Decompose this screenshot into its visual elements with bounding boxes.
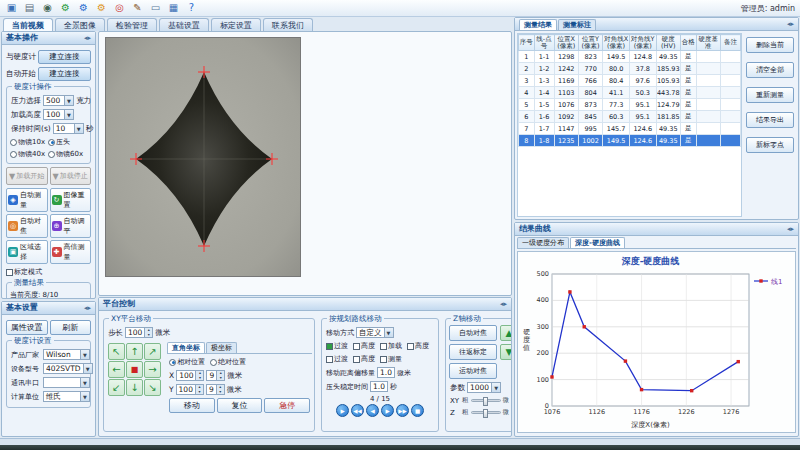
panel-collapse-icon[interactable]: ◂▸	[787, 18, 794, 30]
round-trip-calibration-button[interactable]: 往返标定	[449, 344, 497, 360]
auto-measure-button[interactable]: ◈自动测量	[6, 188, 48, 212]
panel-collapse-icon[interactable]: ◂▸	[84, 32, 91, 44]
stage-arrow-button[interactable]: ↖	[108, 343, 125, 360]
spin-down-icon[interactable]: ▾	[145, 333, 152, 338]
target-icon[interactable]: ◎	[112, 1, 127, 15]
stop-playback-button[interactable]: ■	[411, 404, 424, 417]
main-tab-2[interactable]: 全景图像	[55, 18, 105, 31]
hold-time-select[interactable]: 10▼	[53, 123, 84, 134]
table-row[interactable]: 31-3116976680.497.6105.93是	[519, 75, 741, 87]
slider-thumb[interactable]	[483, 409, 488, 418]
print-icon[interactable]: ▤	[22, 1, 37, 15]
turret-radio[interactable]: 压头	[48, 137, 70, 147]
chart-tab-2[interactable]: 深度-硬度曲线	[570, 237, 625, 248]
x-distance-spinner[interactable]: 100▴▾	[176, 370, 204, 381]
table-row[interactable]: 71-71147995145.7124.649.35是	[519, 123, 741, 135]
z-up-button[interactable]: ▲	[500, 325, 511, 341]
load-stop-button[interactable]: ▼加载停止	[50, 167, 92, 185]
gear-config-icon[interactable]: ⚙	[76, 1, 91, 15]
table-row[interactable]: 51-5107687377.395.1124.79是	[519, 99, 741, 111]
route-checkbox[interactable]: 过渡	[326, 354, 348, 364]
column-header[interactable]: 对角线X(像素)	[603, 35, 630, 51]
spin-down-icon[interactable]: ▾	[196, 376, 203, 381]
panel-collapse-icon[interactable]: ◂▸	[84, 302, 91, 314]
x-multiplier-spinner[interactable]: 9▴▾	[206, 370, 225, 381]
column-header[interactable]: 位置X(像素)	[554, 35, 578, 51]
results-tab-2[interactable]: 测量标注	[558, 19, 596, 30]
remeasure-button[interactable]: 重新测量	[746, 87, 794, 103]
panel-collapse-icon[interactable]: ◂▸	[500, 298, 507, 310]
route-checkbox[interactable]: 高度	[353, 341, 375, 351]
stage-arrow-button[interactable]: →	[144, 361, 161, 378]
results-tab-1[interactable]: 测量结果	[519, 19, 557, 30]
table-row[interactable]: 41-4110380441.150.3443.78是	[519, 87, 741, 99]
chart-tab-1[interactable]: 一级硬度分布	[517, 237, 569, 248]
stage-arrow-button[interactable]: ↙	[108, 379, 125, 396]
route-checkbox[interactable]: 测量	[380, 354, 402, 364]
column-header[interactable]: 合格	[680, 35, 696, 51]
column-header[interactable]: 对角线Y(像素)	[629, 35, 656, 51]
spin-down-icon[interactable]: ▾	[196, 390, 203, 395]
fast-forward-button[interactable]: ▶▶	[396, 404, 409, 417]
reset-button[interactable]: 复位	[217, 398, 263, 413]
clear-all-button[interactable]: 清空全部	[746, 62, 794, 78]
refresh-button[interactable]: 刷新	[50, 320, 92, 335]
region-select-button[interactable]: ▣区域选择	[6, 240, 48, 264]
route-checkbox[interactable]: 高度	[407, 341, 429, 351]
column-header[interactable]: 备注	[720, 35, 740, 51]
column-header[interactable]: 位置Y(像素)	[578, 35, 602, 51]
offset-spinner[interactable]: 1.0	[377, 367, 395, 378]
z-down-button[interactable]: ▼	[500, 344, 511, 360]
step-spinner[interactable]: 100▴▾	[125, 327, 153, 338]
grid-icon[interactable]: ▦	[166, 1, 181, 15]
rewind-button[interactable]: ◀◀	[351, 404, 364, 417]
main-tab-1[interactable]: 当前视频	[3, 18, 53, 31]
spin-down-icon[interactable]: ▾	[217, 376, 224, 381]
turret-radio[interactable]: 物镜40x	[10, 149, 45, 159]
y-multiplier-spinner[interactable]: 9▴▾	[206, 384, 225, 395]
setting-select[interactable]: ▼	[43, 377, 90, 388]
calibration-mode-checkbox[interactable]: 标定模式	[6, 267, 42, 277]
turret-radio[interactable]: 物镜60x	[48, 149, 83, 159]
setting-select[interactable]: 维氏▼	[43, 391, 90, 402]
stage-arrow-button[interactable]: ↓	[126, 379, 143, 396]
stage-stop-button[interactable]: ■	[126, 361, 143, 378]
move-mode-select[interactable]: 自定义▼	[356, 327, 394, 338]
step-forward-button[interactable]: ▶	[381, 404, 394, 417]
main-tab-5[interactable]: 标定设置	[211, 18, 261, 31]
turret-radio[interactable]: 物镜10x	[10, 137, 45, 147]
stage-arrow-button[interactable]: ↘	[144, 379, 161, 396]
column-header[interactable]: 序号	[519, 35, 535, 51]
load-start-button[interactable]: ▼加载开始	[6, 167, 48, 185]
export-results-button[interactable]: 结果导出	[746, 112, 794, 128]
auto-focus-button[interactable]: 自动对焦	[449, 325, 497, 341]
hd-measure-button[interactable]: ✚高倍测量	[50, 240, 92, 264]
emergency-stop-button[interactable]: 急停	[264, 398, 310, 413]
z-param-select[interactable]: 1000▼	[467, 382, 501, 393]
gear-tools-icon[interactable]: ⚙	[94, 1, 109, 15]
main-tab-6[interactable]: 联系我们	[263, 18, 313, 31]
column-header[interactable]: 线-点号	[534, 35, 554, 51]
xy-speed-slider[interactable]	[471, 399, 501, 402]
new-zero-button[interactable]: 新标零点	[746, 137, 794, 153]
table-row[interactable]: 81-812351002149.5124.649.35是	[519, 135, 741, 147]
y-distance-spinner[interactable]: 100▴▾	[176, 384, 204, 395]
height-select[interactable]: 100▼	[43, 109, 74, 120]
auto-focus-tool-button[interactable]: ◎自动对焦	[6, 214, 48, 238]
property-settings-button[interactable]: 属性设置	[6, 320, 48, 335]
coord-tab-1[interactable]: 直角坐标	[167, 342, 205, 353]
force-select[interactable]: 500▼	[43, 95, 74, 106]
help-icon[interactable]: ?	[184, 1, 199, 15]
motion-focus-button[interactable]: 运动对焦	[449, 363, 497, 379]
main-tab-3[interactable]: 检验管理	[107, 18, 157, 31]
connect-button[interactable]: 建立连接	[38, 50, 91, 64]
move-button[interactable]: 移动	[169, 398, 215, 413]
column-header[interactable]: 硬度(HV)	[656, 35, 680, 51]
setting-select[interactable]: 402SVTD▼	[43, 363, 93, 374]
setting-select[interactable]: Wilson▼	[43, 349, 90, 360]
ruler-icon[interactable]: ▭	[148, 1, 163, 15]
position-mode-radio[interactable]: 相对位置	[169, 357, 205, 367]
spin-down-icon[interactable]: ▾	[217, 390, 224, 395]
play-button[interactable]: ▶	[336, 404, 349, 417]
route-checkbox[interactable]: 过渡	[326, 341, 348, 351]
